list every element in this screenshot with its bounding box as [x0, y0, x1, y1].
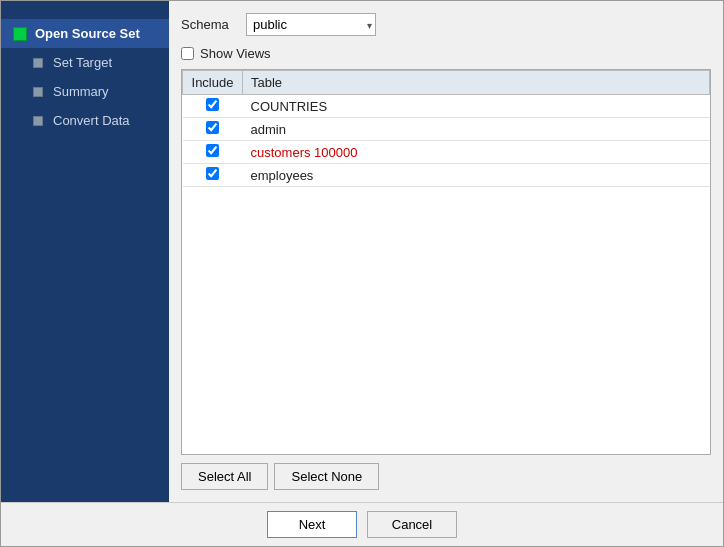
- select-none-button[interactable]: Select None: [274, 463, 379, 490]
- sidebar-convert-data-label: Convert Data: [53, 113, 130, 128]
- gray-square-icon-1: [31, 56, 45, 70]
- table-cell-name: COUNTRIES: [243, 95, 710, 118]
- schema-label: Schema: [181, 17, 236, 32]
- sidebar-open-source-set-label: Open Source Set: [35, 26, 140, 41]
- tables-table-container: Include Table COUNTRIESadmincustomers 10…: [181, 69, 711, 455]
- sidebar: Open Source Set Set Target Summary: [1, 1, 169, 502]
- content-area: Open Source Set Set Target Summary: [1, 1, 723, 502]
- cancel-button[interactable]: Cancel: [367, 511, 457, 538]
- sidebar-item-convert-data[interactable]: Convert Data: [1, 106, 169, 135]
- table-row: COUNTRIES: [183, 95, 710, 118]
- row-checkbox-1[interactable]: [206, 121, 219, 134]
- main-panel: Schema public private dbo ▾ Show Views: [169, 1, 723, 502]
- table-cell-include: [183, 95, 243, 118]
- table-cell-name: admin: [243, 118, 710, 141]
- table-cell-include: [183, 118, 243, 141]
- footer: Next Cancel: [1, 502, 723, 546]
- show-views-row: Show Views: [181, 46, 711, 61]
- col-include: Include: [183, 71, 243, 95]
- tables-table: Include Table COUNTRIESadmincustomers 10…: [182, 70, 710, 187]
- window: Open Source Set Set Target Summary: [0, 0, 724, 547]
- next-button[interactable]: Next: [267, 511, 357, 538]
- sidebar-item-set-target[interactable]: Set Target: [1, 48, 169, 77]
- table-row: customers 100000: [183, 141, 710, 164]
- table-cell-include: [183, 141, 243, 164]
- sidebar-set-target-label: Set Target: [53, 55, 112, 70]
- gray-square-icon-2: [31, 85, 45, 99]
- schema-select-wrapper: public private dbo ▾: [246, 13, 376, 36]
- row-checkbox-3[interactable]: [206, 167, 219, 180]
- sidebar-summary-label: Summary: [53, 84, 109, 99]
- schema-row: Schema public private dbo ▾: [181, 13, 711, 36]
- table-header-row: Include Table: [183, 71, 710, 95]
- table-row: admin: [183, 118, 710, 141]
- row-checkbox-2[interactable]: [206, 144, 219, 157]
- bottom-buttons: Select All Select None: [181, 455, 711, 490]
- green-square-icon: [13, 27, 27, 41]
- schema-select[interactable]: public private dbo: [246, 13, 376, 36]
- select-all-button[interactable]: Select All: [181, 463, 268, 490]
- table-cell-name: customers 100000: [243, 141, 710, 164]
- table-body: COUNTRIESadmincustomers 100000employees: [183, 95, 710, 187]
- col-table: Table: [243, 71, 710, 95]
- sidebar-item-open-source-set[interactable]: Open Source Set: [1, 19, 169, 48]
- sidebar-item-summary[interactable]: Summary: [1, 77, 169, 106]
- gray-square-icon-3: [31, 114, 45, 128]
- show-views-label[interactable]: Show Views: [200, 46, 271, 61]
- sidebar-tree: Open Source Set Set Target Summary: [1, 9, 169, 145]
- row-checkbox-0[interactable]: [206, 98, 219, 111]
- table-cell-include: [183, 164, 243, 187]
- table-cell-name: employees: [243, 164, 710, 187]
- show-views-checkbox[interactable]: [181, 47, 194, 60]
- table-row: employees: [183, 164, 710, 187]
